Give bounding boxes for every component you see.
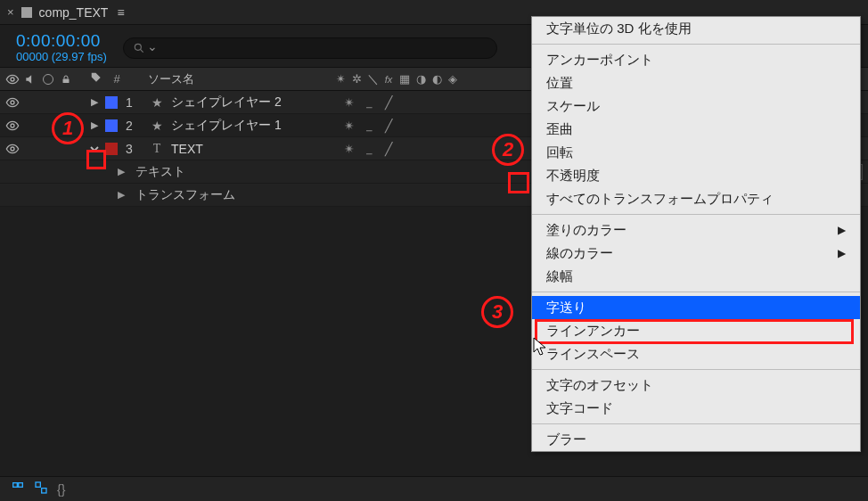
fx-switch[interactable]: ╱ — [381, 142, 396, 156]
panel-title[interactable]: comp_TEXT — [39, 5, 109, 20]
collapse-icon[interactable]: ✲ — [349, 72, 364, 86]
menu-item[interactable]: 字送り — [532, 296, 860, 319]
lock-icon[interactable] — [59, 119, 73, 133]
eye-icon[interactable] — [5, 119, 20, 133]
menu-item[interactable]: 歪曲 — [532, 118, 860, 141]
speaker-icon — [23, 142, 37, 156]
eye-icon[interactable] — [5, 142, 20, 156]
submenu-arrow-icon: ▶ — [838, 247, 846, 259]
svg-rect-7 — [13, 483, 18, 488]
fx-icon[interactable]: fx — [381, 72, 396, 86]
search-caret: ⌄ — [147, 39, 158, 53]
twirl-icon[interactable]: ▶ — [118, 189, 130, 201]
twirl-icon[interactable]: ▶ — [118, 166, 130, 177]
fx-switch[interactable]: ╱ — [381, 119, 396, 133]
menu-separator — [532, 423, 860, 424]
menu-item[interactable]: 塗りのカラー▶ — [532, 218, 860, 242]
search-input[interactable]: ⌄ — [123, 37, 497, 59]
menu-item-label: 塗りのカラー — [546, 222, 626, 239]
shy-toggle-icon[interactable] — [34, 480, 48, 497]
menu-item[interactable]: 回転 — [532, 141, 860, 164]
svg-rect-9 — [36, 482, 40, 487]
adjustment-icon[interactable]: ◐ — [430, 72, 444, 86]
solo-icon[interactable] — [41, 142, 55, 156]
render-queue-icon[interactable] — [11, 480, 25, 497]
shy-icon[interactable]: ✴ — [333, 72, 348, 86]
property-group-label[interactable]: テキスト — [130, 164, 353, 180]
3d-layer-icon[interactable]: ◈ — [446, 72, 460, 86]
index-column: # — [105, 72, 128, 86]
menu-item[interactable]: 文字のオフセット — [532, 374, 860, 397]
source-name-column[interactable]: ソース名 — [128, 71, 333, 87]
menu-item-label: ブラー — [546, 431, 586, 448]
label-color-swatch[interactable] — [105, 96, 118, 109]
eye-icon[interactable] — [5, 95, 20, 110]
layer-name[interactable]: TEXT — [171, 142, 203, 156]
shy-switch[interactable]: ✴ — [342, 119, 356, 133]
timeline-footer: {} — [0, 476, 868, 501]
hamburger-icon[interactable]: ≡ — [117, 5, 124, 20]
twirl-icon[interactable]: ▶ — [87, 96, 102, 108]
lock-icon[interactable] — [59, 142, 73, 156]
solo-icon[interactable] — [41, 95, 55, 110]
menu-item[interactable]: 位置 — [532, 71, 860, 94]
menu-item-label: スケール — [546, 98, 600, 115]
menu-item[interactable]: 線幅 — [532, 265, 860, 288]
menu-item-label: 不透明度 — [546, 168, 600, 185]
menu-item[interactable]: ラインアンカー — [532, 319, 860, 342]
fx-switch[interactable]: ╱ — [381, 95, 396, 110]
timecode[interactable]: 0:00:00:00 — [16, 31, 107, 51]
close-icon[interactable]: × — [7, 5, 14, 19]
menu-item-label: 線幅 — [546, 268, 573, 285]
quality-switch[interactable]: ⎯ — [362, 95, 376, 110]
eye-icon[interactable] — [5, 72, 20, 86]
menu-item-label: アンカーポイント — [546, 52, 653, 69]
label-color-swatch[interactable] — [105, 119, 118, 132]
lock-icon[interactable] — [59, 72, 73, 86]
layer-name[interactable]: シェイプレイヤー 2 — [171, 94, 282, 111]
shy-switch[interactable]: ✴ — [342, 95, 356, 110]
menu-item[interactable]: すべてのトランスフォームプロパティ — [532, 187, 860, 210]
svg-rect-10 — [42, 489, 46, 493]
quality-switch[interactable]: ⎯ — [362, 142, 376, 156]
menu-item[interactable]: 不透明度 — [532, 164, 860, 187]
menu-item[interactable]: スケール — [532, 94, 860, 118]
menu-item-label: ラインスペース — [546, 346, 640, 363]
menu-item[interactable]: 線のカラー▶ — [532, 242, 860, 265]
quality-switch[interactable]: ⎯ — [362, 119, 376, 133]
menu-item[interactable]: 文字単位の 3D 化を使用 — [532, 17, 860, 40]
search-icon — [133, 42, 145, 54]
layer-index: 3 — [121, 142, 137, 156]
lock-icon[interactable] — [59, 95, 73, 110]
speaker-icon — [23, 95, 37, 110]
menu-item-label: 線のカラー — [546, 245, 613, 262]
menu-item[interactable]: ブラー — [532, 428, 860, 451]
solo-icon[interactable] — [41, 119, 55, 133]
twirl-open-icon[interactable] — [87, 141, 102, 157]
speaker-icon[interactable] — [23, 72, 37, 86]
menu-separator — [532, 292, 860, 292]
label-color-swatch[interactable] — [105, 143, 118, 155]
layer-name[interactable]: シェイプレイヤー 1 — [171, 118, 282, 134]
submenu-arrow-icon: ▶ — [838, 224, 846, 236]
menu-item-label: 歪曲 — [546, 121, 573, 138]
braces-icon[interactable]: {} — [57, 482, 65, 497]
frame-readout: 00000 (29.97 fps) — [16, 51, 107, 64]
menu-item[interactable]: 文字コード — [532, 397, 860, 420]
menu-item[interactable]: アンカーポイント — [532, 48, 860, 71]
frame-blend-icon[interactable]: ▦ — [397, 72, 412, 86]
timecode-display[interactable]: 0:00:00:00 00000 (29.97 fps) — [16, 31, 107, 64]
svg-rect-8 — [19, 483, 23, 488]
menu-item[interactable]: ラインスペース — [532, 342, 860, 365]
solo-icon[interactable] — [41, 72, 55, 86]
motion-blur-icon[interactable]: ◑ — [414, 72, 428, 86]
shy-switch[interactable]: ✴ — [342, 142, 356, 156]
menu-item-label: 文字のオフセット — [546, 377, 653, 394]
layer-index: 2 — [121, 119, 137, 133]
quality-icon[interactable]: ＼ — [365, 72, 380, 86]
menu-item-label: 文字単位の 3D 化を使用 — [546, 21, 692, 37]
twirl-icon[interactable]: ▶ — [87, 119, 102, 131]
property-group-label[interactable]: トランスフォーム — [130, 187, 353, 203]
label-color-column[interactable] — [87, 71, 105, 86]
svg-point-4 — [11, 101, 14, 104]
